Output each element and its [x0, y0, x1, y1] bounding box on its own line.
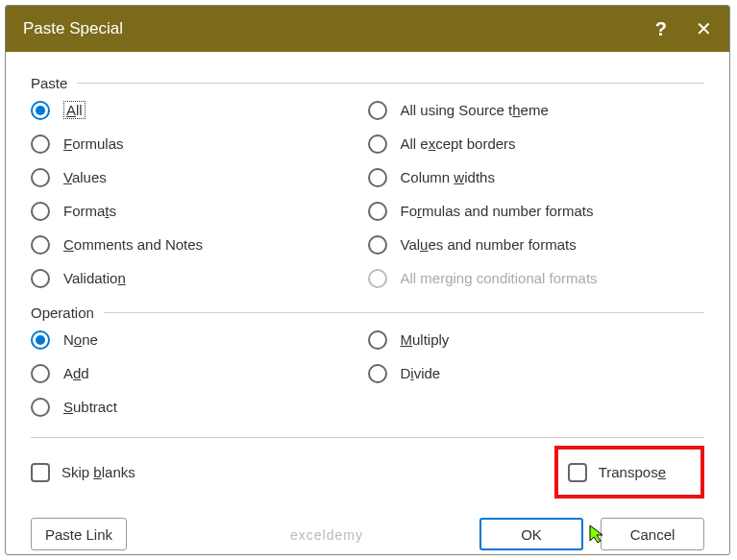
- paste-option[interactable]: All using Source theme: [368, 93, 705, 127]
- paste-option[interactable]: Values: [31, 160, 368, 194]
- paste-right-col: All using Source themeAll except borders…: [368, 93, 705, 295]
- ok-label: OK: [521, 526, 542, 543]
- paste-option[interactable]: All except borders: [368, 127, 705, 160]
- paste-group-label: Paste: [31, 75, 704, 91]
- watermark: exceldemy: [290, 527, 363, 543]
- option-label: Formulas: [63, 135, 124, 152]
- paste-option[interactable]: Comments and Notes: [31, 228, 368, 261]
- option-label: Comments and Notes: [63, 236, 203, 253]
- spacer: exceldemy: [127, 526, 479, 543]
- transpose-check[interactable]: Transpose: [568, 455, 666, 489]
- divider: [31, 437, 704, 438]
- radio-icon: [31, 202, 50, 221]
- cancel-label: Cancel: [630, 526, 676, 543]
- radio-icon: [31, 101, 50, 120]
- op-right-col: MultiplyDivide: [368, 323, 705, 424]
- paste-special-dialog: Paste Special ? ✕ Paste AllFormulasValue…: [5, 5, 730, 555]
- paste-link-label: Paste Link: [45, 526, 112, 543]
- paste-option[interactable]: Values and number formats: [368, 228, 705, 261]
- option-label: Validation: [63, 270, 126, 286]
- option-label: Divide: [401, 365, 441, 381]
- paste-option[interactable]: All: [31, 93, 368, 127]
- operation-option[interactable]: Subtract: [31, 390, 368, 424]
- skip-blanks-label: Skip blanks: [61, 464, 135, 480]
- operation-group-label: Operation: [31, 304, 704, 321]
- radio-icon: [368, 364, 387, 383]
- paste-option: All merging conditional formats: [368, 261, 705, 295]
- paste-option[interactable]: Column widths: [368, 160, 705, 194]
- radio-icon: [31, 364, 50, 383]
- paste-left-col: AllFormulasValuesFormatsComments and Not…: [31, 93, 368, 295]
- operation-option[interactable]: Add: [31, 356, 368, 390]
- radio-icon: [31, 168, 50, 187]
- titlebar: Paste Special ? ✕: [6, 6, 729, 52]
- radio-icon: [31, 269, 50, 288]
- option-label: Formats: [63, 203, 116, 219]
- radio-icon: [31, 134, 50, 154]
- option-label: Values and number formats: [401, 236, 577, 253]
- paste-option[interactable]: Formulas: [31, 127, 368, 160]
- option-label: Values: [63, 169, 107, 185]
- divider: [104, 312, 704, 313]
- operation-option[interactable]: Multiply: [368, 323, 705, 356]
- operation-options: NoneAddSubtract MultiplyDivide: [31, 323, 704, 424]
- help-icon[interactable]: ?: [655, 18, 667, 40]
- cancel-button[interactable]: Cancel: [601, 518, 704, 550]
- dialog-title: Paste Special: [23, 19, 655, 38]
- radio-icon: [368, 269, 387, 288]
- radio-icon: [368, 101, 387, 120]
- paste-option[interactable]: Formulas and number formats: [368, 194, 705, 228]
- operation-option[interactable]: None: [31, 323, 368, 356]
- radio-icon: [368, 202, 387, 221]
- transpose-highlight: Transpose: [554, 446, 704, 499]
- radio-icon: [368, 134, 387, 154]
- paste-options: AllFormulasValuesFormatsComments and Not…: [31, 93, 704, 295]
- option-label: All using Source theme: [401, 102, 549, 118]
- option-label: Multiply: [401, 331, 450, 348]
- paste-option[interactable]: Formats: [31, 194, 368, 228]
- operation-label-text: Operation: [31, 304, 94, 321]
- option-label: Add: [63, 365, 89, 381]
- option-label: Formulas and number formats: [401, 203, 594, 219]
- option-label: All merging conditional formats: [401, 270, 598, 286]
- radio-icon: [31, 398, 50, 417]
- skip-blanks-check[interactable]: Skip blanks: [31, 455, 135, 489]
- transpose-label: Transpose: [599, 464, 666, 480]
- option-label: Column widths: [401, 169, 495, 185]
- radio-icon: [368, 168, 387, 187]
- paste-link-button[interactable]: Paste Link: [31, 518, 127, 550]
- ok-button[interactable]: OK: [479, 518, 583, 550]
- option-label: All except borders: [401, 135, 516, 152]
- radio-icon: [31, 330, 50, 350]
- paste-option[interactable]: Validation: [31, 261, 368, 295]
- dialog-content: Paste AllFormulasValuesFormatsComments a…: [6, 52, 729, 555]
- radio-icon: [31, 235, 50, 255]
- checkbox-icon: [568, 463, 587, 482]
- bottom-checks: Skip blanks Transpose: [31, 446, 704, 499]
- radio-icon: [368, 330, 387, 350]
- option-label: All: [63, 102, 86, 118]
- close-icon[interactable]: ✕: [696, 17, 712, 40]
- checkbox-icon: [31, 463, 50, 482]
- option-label: Subtract: [63, 399, 117, 415]
- paste-label-text: Paste: [31, 75, 67, 91]
- divider: [77, 83, 704, 84]
- radio-icon: [368, 235, 387, 255]
- option-label: None: [63, 331, 98, 348]
- button-row: Paste Link exceldemy OK Cancel: [31, 518, 704, 550]
- operation-option[interactable]: Divide: [368, 356, 705, 390]
- op-left-col: NoneAddSubtract: [31, 323, 368, 424]
